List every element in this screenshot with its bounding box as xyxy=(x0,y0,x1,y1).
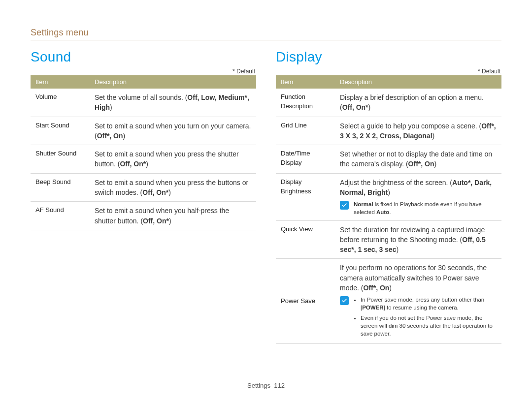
table-row: Date/Time Display Set whether or not to … xyxy=(276,145,501,174)
table-row: Volume Set the volume of all sounds. (Of… xyxy=(31,89,256,117)
divider xyxy=(31,40,501,40)
table-row: Start Sound Set to emit a sound when you… xyxy=(31,117,256,145)
item-description: Select a guide to help you compose a sce… xyxy=(335,117,501,145)
page-footer: Settings 112 xyxy=(0,382,532,389)
note-text: Normal is fixed in Playback mode even if… xyxy=(354,200,497,216)
table-row: Grid Line Select a guide to help you com… xyxy=(276,117,501,145)
item-description: Set whether or not to display the date a… xyxy=(335,145,501,174)
col-description: Description xyxy=(335,75,501,89)
table-row: AF Sound Set to emit a sound when you ha… xyxy=(31,202,256,230)
sound-title: Sound xyxy=(31,49,256,65)
table-row: Power Save If you perform no operations … xyxy=(276,259,501,343)
item-description: Set to emit a sound when you half-press … xyxy=(90,202,256,230)
table-row: Shutter Sound Set to emit a sound when y… xyxy=(31,145,256,174)
default-marker: * Default xyxy=(31,68,255,75)
note: Normal is fixed in Playback mode even if… xyxy=(340,200,497,216)
footer-label: Settings xyxy=(247,382,270,389)
default-marker: * Default xyxy=(276,68,500,75)
display-column: Display * Default Item Description Funct… xyxy=(276,49,501,344)
item-label: Quick View xyxy=(276,220,335,259)
table-row: Quick View Set the duration for reviewin… xyxy=(276,220,501,259)
item-label: Power Save xyxy=(276,259,335,343)
item-label: Shutter Sound xyxy=(31,145,90,174)
item-label: Date/Time Display xyxy=(276,145,335,174)
item-label: Volume xyxy=(31,89,90,117)
note-text: In Power save mode, press any button oth… xyxy=(354,296,497,339)
item-label: AF Sound xyxy=(31,202,90,230)
item-description: If you perform no operations for 30 seco… xyxy=(335,259,501,343)
item-description: Set to emit a sound when you press the s… xyxy=(90,145,256,174)
item-description: Set to emit a sound when you press the b… xyxy=(90,173,256,202)
col-description: Description xyxy=(90,75,256,89)
note-bullet: In Power save mode, press any button oth… xyxy=(361,296,497,311)
page-number: 112 xyxy=(274,382,285,389)
item-description: Adjust the brightness of the screen. (Au… xyxy=(335,173,501,220)
item-label: Grid Line xyxy=(276,117,335,145)
item-description: Display a brief description of an option… xyxy=(335,89,501,117)
item-description: Set the volume of all sounds. (Off, Low,… xyxy=(90,89,256,117)
item-label: Beep Sound xyxy=(31,173,90,202)
note: In Power save mode, press any button oth… xyxy=(340,296,497,339)
note-bullet: Even if you do not set the Power save mo… xyxy=(361,314,497,338)
breadcrumb: Settings menu xyxy=(31,28,501,38)
item-label: Start Sound xyxy=(31,117,90,145)
sound-column: Sound * Default Item Description Volume … xyxy=(31,49,256,344)
item-label: Function Description xyxy=(276,89,335,117)
display-table: Item Description Function Description Di… xyxy=(276,75,501,344)
note-icon xyxy=(340,201,349,210)
note-icon xyxy=(340,296,349,305)
item-label: Display Brightness xyxy=(276,173,335,220)
table-row: Display Brightness Adjust the brightness… xyxy=(276,173,501,220)
col-item: Item xyxy=(31,75,90,89)
table-row: Function Description Display a brief des… xyxy=(276,89,501,117)
sound-table: Item Description Volume Set the volume o… xyxy=(31,75,256,230)
item-description: Set the duration for reviewing a capture… xyxy=(335,220,501,259)
item-description: Set to emit a sound when you turn on you… xyxy=(90,117,256,145)
col-item: Item xyxy=(276,75,335,89)
display-title: Display xyxy=(276,49,501,65)
table-row: Beep Sound Set to emit a sound when you … xyxy=(31,173,256,202)
